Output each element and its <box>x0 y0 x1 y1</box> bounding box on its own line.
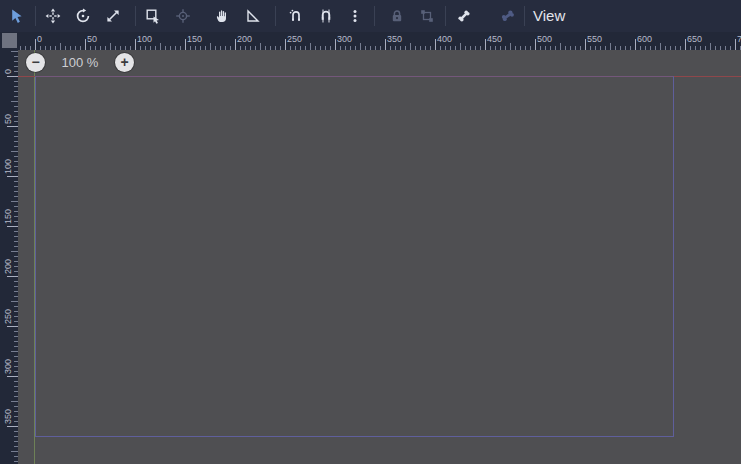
ruler-tick <box>735 39 736 50</box>
ruler-label: 350 <box>387 34 402 44</box>
canvas-toolbar: View <box>0 0 741 32</box>
ruler-tick <box>110 43 111 50</box>
magnet-icon <box>288 8 304 24</box>
ruler-tick <box>535 39 536 50</box>
ruler-tick <box>11 251 18 252</box>
toolbar-separator <box>135 6 136 26</box>
skeleton-options-icon <box>500 8 516 24</box>
grid-snap-button[interactable] <box>314 4 338 28</box>
ruler-tick <box>11 51 18 52</box>
ruler-tool-button[interactable] <box>241 4 265 28</box>
pan-tool-button[interactable] <box>210 4 234 28</box>
group-button[interactable] <box>415 4 439 28</box>
viewport-canvas[interactable]: − 100 % + <box>18 50 741 464</box>
move-arrows-icon <box>45 8 61 24</box>
ruler-label: 600 <box>637 34 652 44</box>
ruler-tick <box>335 39 336 50</box>
ruler-label: 100 <box>3 159 13 174</box>
list-select-button[interactable] <box>141 4 165 28</box>
ruler-tick <box>485 39 486 50</box>
ruler-label: 400 <box>437 34 452 44</box>
ruler-tick <box>285 39 286 50</box>
ruler-label: 0 <box>3 69 13 74</box>
ruler-tick <box>460 43 461 50</box>
group-frame-icon <box>419 8 435 24</box>
ruler-label: 250 <box>287 34 302 44</box>
ruler-label: 200 <box>237 34 252 44</box>
ruler-tick <box>7 426 18 427</box>
smart-snap-button[interactable] <box>284 4 308 28</box>
ruler-label: 300 <box>337 34 352 44</box>
toolbar-separator <box>374 6 375 26</box>
toolbar-separator <box>275 6 276 26</box>
rotate-tool-button[interactable] <box>71 4 95 28</box>
ruler-label: 150 <box>3 209 13 224</box>
ruler-tick <box>260 43 261 50</box>
ruler-tick <box>7 126 18 127</box>
horizontal-ruler[interactable]: 0501001502002503003504004505005506006507… <box>18 32 741 50</box>
ruler-tick <box>560 43 561 50</box>
lock-icon <box>389 8 405 24</box>
select-tool-button[interactable] <box>5 4 29 28</box>
ruler-tick <box>510 43 511 50</box>
ruler-tick <box>7 326 18 327</box>
bone-icon <box>456 8 472 24</box>
ruler-label: 550 <box>587 34 602 44</box>
ruler-tick <box>7 276 18 277</box>
vertical-ruler[interactable]: 050100150200250300350 <box>0 50 18 464</box>
ruler-tick <box>11 101 18 102</box>
ruler-label: 450 <box>487 34 502 44</box>
ruler-label: 250 <box>3 309 13 324</box>
ruler-label: 500 <box>537 34 552 44</box>
ruler-label: 200 <box>3 259 13 274</box>
ruler-label: 150 <box>187 34 202 44</box>
godot-2d-editor: View 05010015020025030035040045050055060… <box>0 0 741 464</box>
ruler-label: 300 <box>3 359 13 374</box>
scale-arrows-icon <box>105 8 121 24</box>
lock-button[interactable] <box>385 4 409 28</box>
ruler-tick <box>210 43 211 50</box>
skeleton-options-button[interactable] <box>496 4 520 28</box>
move-tool-button[interactable] <box>41 4 65 28</box>
ruler-tick <box>235 39 236 50</box>
ruler-tick <box>635 39 636 50</box>
ruler-tick <box>585 39 586 50</box>
ruler-tick <box>35 39 36 50</box>
ruler-tick <box>11 351 18 352</box>
pivot-tool-button[interactable] <box>171 4 195 28</box>
ruler-tick <box>660 43 661 50</box>
ruler-tick <box>310 43 311 50</box>
ruler-tick <box>7 76 18 77</box>
ruler-tick <box>410 43 411 50</box>
ruler-label: 0 <box>37 34 42 44</box>
bone-button[interactable] <box>452 4 476 28</box>
snap-options-button[interactable] <box>343 4 367 28</box>
grid-magnet-icon <box>318 8 334 24</box>
zoom-in-button[interactable]: + <box>115 53 134 72</box>
list-select-icon <box>145 8 161 24</box>
zoom-level-label[interactable]: 100 % <box>48 53 112 72</box>
ruler-tick <box>360 43 361 50</box>
zoom-out-button[interactable]: − <box>26 53 45 72</box>
ruler-tick <box>11 151 18 152</box>
ruler-label: 100 <box>137 34 152 44</box>
view-menu-button[interactable]: View <box>523 0 575 32</box>
ruler-label: 700 <box>737 34 741 44</box>
ruler-label: 350 <box>3 409 13 424</box>
ruler-tick <box>60 43 61 50</box>
ruler-label: 50 <box>3 114 13 124</box>
toolbar-separator <box>445 6 446 26</box>
select-cursor-icon <box>9 8 25 24</box>
ruler-tick <box>685 39 686 50</box>
pan-hand-icon <box>214 8 230 24</box>
ruler-tick <box>11 201 18 202</box>
toolbar-separator <box>35 6 36 26</box>
ruler-tick <box>435 39 436 50</box>
ruler-corner <box>0 32 18 50</box>
ruler-tick <box>135 39 136 50</box>
ruler-tick <box>610 43 611 50</box>
vertical-dots-icon <box>347 8 363 24</box>
ruler-tick <box>11 401 18 402</box>
scale-tool-button[interactable] <box>101 4 125 28</box>
pivot-crosshair-icon <box>175 8 191 24</box>
